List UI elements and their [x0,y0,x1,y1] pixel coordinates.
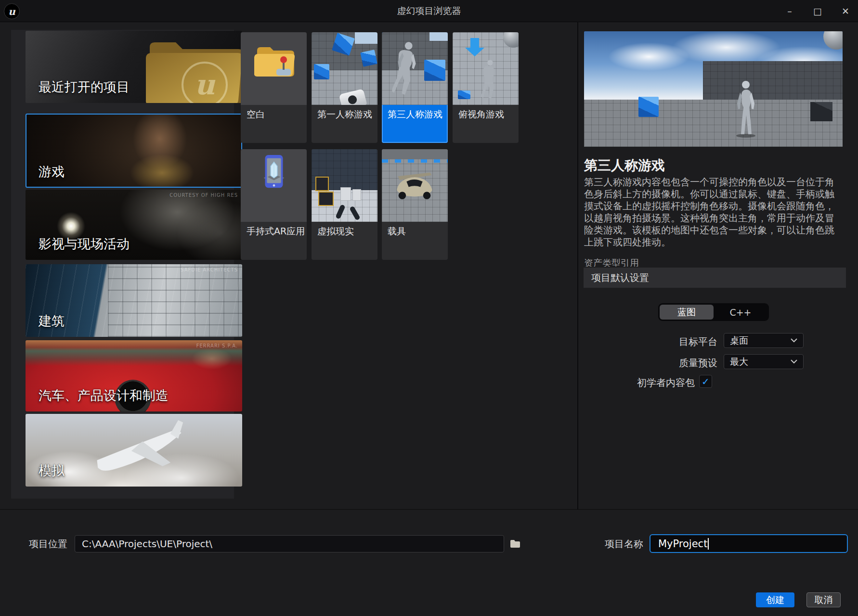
white-box-art [352,189,361,201]
check-icon: ✓ [702,377,710,386]
folder-joystick-icon [249,39,298,82]
template-blank[interactable]: 空白 [241,32,307,143]
template-thumbnail [382,149,448,222]
template-label: 空白 [241,105,307,121]
quality-preset-value: 最大 [730,356,748,368]
ar-phone-icon [255,154,293,191]
category-simulation[interactable]: 模拟 [26,414,242,487]
category-label: 汽车、产品设计和制造 [39,387,169,404]
recent-projects-card[interactable]: u 最近打开的项目 [26,31,242,103]
sports-car-icon [390,166,439,203]
template-thumbnail [453,32,519,105]
category-label: 模拟 [39,462,65,479]
yellow-crate-art [315,177,329,191]
template-preview-image [584,31,843,147]
blue-cube [458,90,470,99]
project-location-input[interactable]: C:\AAA\Projects\UE\Project\ [75,535,504,552]
category-film-video[interactable]: COURTESY OF HIGH RES 影视与现场活动 [26,190,242,260]
yellow-crate-art [318,192,334,206]
starter-content-checkbox[interactable]: ✓ [699,375,712,388]
template-description: 第三人称游戏内容包包含一个可操控的角色以及一台位于角色身后斜上方的摄像机。你可以… [584,176,834,248]
project-name-input[interactable]: MyProject [650,534,848,553]
template-label: 俯视角游戏 [453,105,519,121]
category-label: 最近打开的项目 [39,78,130,96]
dark-cube-art [810,102,832,121]
target-platform-value: 桌面 [730,334,748,347]
title-bar: u 虚幻项目浏览器 – □ ✕ [0,0,858,22]
template-label: 第三人称游戏 [382,105,448,121]
image-credit-text: COURTESY OF HIGH RES [169,192,238,198]
quality-preset-select[interactable]: 最大 [724,354,804,369]
category-label: 建筑 [39,312,65,330]
footer-divider [0,509,858,510]
blue-cube [638,97,659,117]
road-edge-art [382,149,448,159]
project-defaults-header: 项目默认设置 [584,268,846,288]
template-thumbnail [241,32,307,105]
chevron-down-icon [791,359,797,364]
template-label: 手持式AR应用 [241,222,307,238]
close-button[interactable]: ✕ [838,6,853,16]
text-cursor [708,538,709,550]
template-label: 载具 [382,222,448,238]
quality-preset-label: 质量预设 [621,357,717,370]
back-wall-art [703,61,843,101]
template-vehicle[interactable]: 载具 [382,149,448,260]
category-panel: u 最近打开的项目 游戏 COURTESY OF HIGH RES 影视与现场活… [11,30,234,499]
category-automotive[interactable]: FERRARI S.P.A. 汽车、产品设计和制造 [26,340,242,411]
mannequin-icon [481,59,499,101]
folder-icon [509,539,521,549]
asset-type-reference-label: 资产类型引用 [584,257,639,267]
image-credit-text: FERRARI S.P.A. [196,343,238,348]
target-platform-select[interactable]: 桌面 [724,333,804,348]
white-box-art [340,187,351,201]
template-thumbnail [312,32,377,105]
gold-folder-icon: u [141,33,242,103]
image-credit-text: SAFDIE ARCHITECTS [181,267,238,272]
template-first-person[interactable]: 第一人称游戏 [312,32,377,143]
category-label: 游戏 [39,163,65,180]
project-defaults-label: 项目默认设置 [591,271,649,284]
category-label: 影视与现场活动 [39,235,130,253]
blue-down-arrow-icon [465,38,484,56]
chevron-down-icon [791,338,797,343]
starter-content-label: 初学者内容包 [598,376,695,389]
window-title: 虚幻项目浏览器 [0,0,858,22]
building-blocks-art [108,264,242,337]
create-button[interactable]: 创建 [756,592,794,607]
target-platform-label: 目标平台 [621,335,717,348]
browse-folder-button[interactable] [507,537,523,551]
blue-cube [424,60,445,81]
template-title: 第三人称游戏 [584,156,665,175]
template-third-person[interactable]: 第三人称游戏 [382,32,448,143]
airplane-icon [81,417,197,483]
minimize-button[interactable]: – [782,6,797,16]
category-architecture[interactable]: SAFDIE ARCHITECTS 建筑 [26,264,242,337]
implementation-toggle: 蓝图 C++ [658,303,769,321]
template-label: 虚拟现实 [312,222,377,238]
panel-divider [577,22,578,509]
project-browser-window: u 虚幻项目浏览器 – □ ✕ u 最近打开的项目 游戏 [0,0,858,616]
template-thumbnail [312,149,377,222]
project-name-label: 项目名称 [605,535,643,552]
cpp-option[interactable]: C++ [714,305,767,320]
blueprint-option[interactable]: 蓝图 [660,305,714,320]
project-location-label: 项目位置 [29,535,67,552]
cancel-button[interactable]: 取消 [806,592,841,607]
sky-art [355,32,377,44]
project-name-value: MyProject [658,538,707,550]
template-top-down[interactable]: 俯视角游戏 [453,32,519,143]
sky-art [429,32,448,41]
maximize-button[interactable]: □ [810,6,825,16]
svg-text:u: u [195,68,216,101]
template-handheld-ar[interactable]: 手持式AR应用 [241,149,307,260]
blue-cube [314,64,329,79]
window-controls: – □ ✕ [782,0,853,22]
project-location-value: C:\AAA\Projects\UE\Project\ [82,538,212,550]
category-games[interactable]: 游戏 [26,114,242,188]
template-virtual-reality[interactable]: 虚拟现实 [312,149,377,260]
blue-curb-art [382,159,448,163]
template-thumbnail [382,32,448,105]
template-label: 第一人称游戏 [312,105,377,121]
template-thumbnail [241,149,307,222]
